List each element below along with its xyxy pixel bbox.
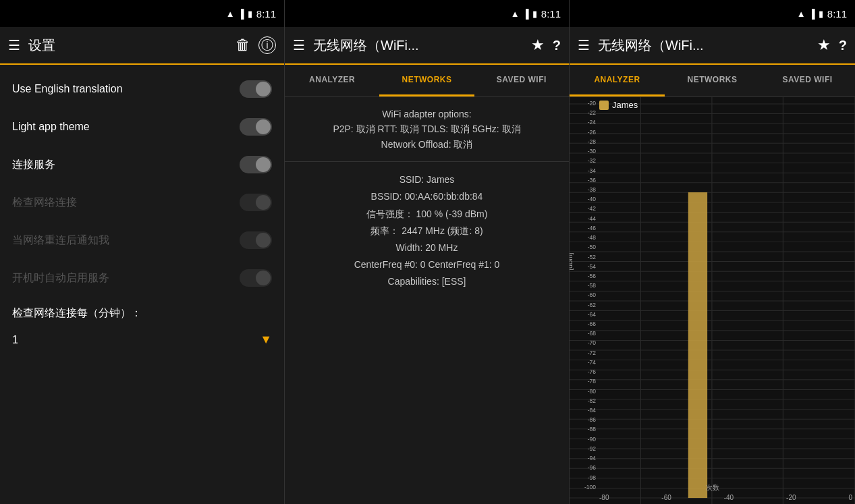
y-axis-labels: -20 -22 -24 -26 -28 -30 -32 -34 -36 -38 … (570, 97, 598, 504)
left-panel: ▲ ▐ ▮ 8:11 ☰ 设置 🗑 ⓘ Use English translat… (0, 0, 285, 504)
tab-analyzer-right[interactable]: ANALYZER (570, 65, 665, 96)
info-icon[interactable]: ⓘ (258, 36, 276, 54)
notify-label: 当网络重连后通知我 (12, 233, 109, 248)
status-bar-left: ▲ ▐ ▮ 8:11 (0, 0, 284, 27)
y-label-26: -26 (570, 129, 598, 136)
toggle-thumb-3 (256, 157, 271, 172)
tab-networks-right[interactable]: NETWORKS (665, 65, 760, 96)
status-bar-mid: ▲ ▐ ▮ 8:11 (285, 0, 569, 27)
help-icon-right[interactable]: ? (839, 38, 847, 53)
y-label-56: -56 (570, 273, 598, 279)
setting-row-autostart: 开机时自动启用服务 (0, 259, 284, 297)
star-icon-mid[interactable]: ★ (531, 36, 545, 54)
y-label-92: -92 (570, 445, 598, 452)
x-label-80: -80 (599, 494, 609, 501)
setting-row-notify: 当网络重连后通知我 (0, 221, 284, 259)
wifi-bssid: BSSID: 00:AA:60:bb:db:84 (297, 188, 557, 205)
y-axis-unit-text: [dBm] (570, 253, 574, 271)
menu-icon-mid[interactable]: ☰ (293, 37, 305, 53)
battery-icon-right: ▮ (819, 9, 823, 19)
wifi-width: Width: 20 MHz (297, 240, 557, 256)
toggle-thumb-6 (256, 271, 271, 285)
y-label-40: -40 (570, 196, 598, 202)
interval-dropdown-row: 1 ▼ (0, 326, 284, 356)
connect-service-toggle[interactable] (240, 156, 272, 173)
menu-icon-left[interactable]: ☰ (8, 37, 20, 53)
y-label-38: -38 (570, 186, 598, 193)
y-label-44: -44 (570, 215, 598, 222)
legend-color-box (599, 101, 609, 110)
y-label-66: -66 (570, 320, 598, 327)
app-bar-right: ☰ 无线网络（WiFi... ★ ? (570, 27, 855, 65)
y-label-36: -36 (570, 177, 598, 184)
app-bar-left: ☰ 设置 🗑 ⓘ (0, 27, 284, 65)
y-label-42: -42 (570, 205, 598, 212)
y-label-22: -22 (570, 109, 598, 116)
y-label-54: -54 (570, 263, 598, 270)
y-label-86: -86 (570, 416, 598, 423)
wifi-freq: 频率： 2447 MHz (频道: 8) (297, 223, 557, 240)
y-label-34: -34 (570, 167, 598, 174)
notify-toggle (240, 231, 272, 249)
wifi-details-box: SSID: James BSSID: 00:AA:60:bb:db:84 信号强… (285, 162, 569, 300)
y-label-46: -46 (570, 225, 598, 231)
y-axis-unit-label: [dBm] (570, 257, 574, 271)
y-label-74: -74 (570, 359, 598, 366)
interval-label: 检查网络连接每（分钟）： (0, 297, 284, 326)
toggle-thumb-4 (256, 195, 271, 210)
y-label-24: -24 (570, 119, 598, 125)
toggle-thumb (256, 82, 271, 96)
y-label-30: -30 (570, 148, 598, 155)
x-axis-bottom-label: 次数 (570, 480, 855, 493)
mid-panel: ▲ ▐ ▮ 8:11 ☰ 无线网络（WiFi... ★ ? ANALYZER N… (285, 0, 570, 504)
app-bar-mid: ☰ 无线网络（WiFi... ★ ? (285, 27, 569, 65)
english-translation-toggle[interactable] (240, 80, 272, 98)
wifi-centerfreq: CenterFreq #0: 0 CenterFreq #1: 0 (297, 256, 557, 273)
light-theme-toggle[interactable] (240, 118, 272, 136)
toggle-thumb-2 (256, 119, 271, 134)
delete-icon[interactable]: 🗑 (236, 36, 250, 54)
y-label-58: -58 (570, 282, 598, 289)
x-label-0: 0 (848, 494, 852, 501)
settings-title: 设置 (28, 36, 227, 55)
tab-networks-mid[interactable]: NETWORKS (379, 65, 474, 96)
tab-savedwifi-mid[interactable]: SAVED WIFI (474, 65, 569, 96)
svg-rect-46 (688, 192, 707, 498)
setting-row-check-network: 检查网络连接 (0, 184, 284, 221)
light-theme-label: Light app theme (12, 121, 90, 133)
y-label-60: -60 (570, 291, 598, 298)
wifi-icon-right: ▲ (797, 9, 806, 19)
tab-bar-right: ANALYZER NETWORKS SAVED WIFI (570, 65, 855, 97)
wifi-capabilities: Capabilities: [ESS] (297, 273, 557, 290)
y-label-96: -96 (570, 464, 598, 471)
check-network-label: 检查网络连接 (12, 196, 77, 210)
y-label-78: -78 (570, 378, 598, 385)
wifi-ssid: SSID: James (297, 171, 557, 188)
tab-analyzer-mid[interactable]: ANALYZER (285, 65, 379, 96)
y-label-28: -28 (570, 138, 598, 145)
x-label-60: -60 (661, 494, 671, 501)
battery-icon-mid: ▮ (532, 9, 537, 19)
y-label-88: -88 (570, 426, 598, 432)
toggle-thumb-5 (256, 233, 271, 248)
x-label-20: -20 (786, 494, 796, 501)
x-axis-labels: -80 -60 -40 -20 0 (599, 494, 852, 501)
dropdown-arrow-icon[interactable]: ▼ (260, 333, 272, 347)
y-label-70: -70 (570, 339, 598, 346)
y-label-62: -62 (570, 302, 598, 308)
right-panel: ▲ ▐ ▮ 8:11 ☰ 无线网络（WiFi... ★ ? ANALYZER N… (570, 0, 855, 504)
star-icon-right[interactable]: ★ (817, 36, 831, 54)
setting-row-theme: Light app theme (0, 108, 284, 146)
autostart-label: 开机时自动启用服务 (12, 271, 109, 285)
wifi-title-mid: 无线网络（WiFi... (313, 36, 523, 55)
tab-bar-mid: ANALYZER NETWORKS SAVED WIFI (285, 65, 569, 97)
y-label-90: -90 (570, 436, 598, 443)
help-icon-mid[interactable]: ? (553, 38, 561, 53)
status-icons-left: ▲ ▐ ▮ (226, 9, 252, 19)
menu-icon-right[interactable]: ☰ (578, 37, 590, 53)
tab-savedwifi-right[interactable]: SAVED WIFI (760, 65, 855, 96)
english-translation-label: Use English translation (12, 83, 123, 95)
time-right: 8:11 (827, 8, 847, 20)
wifi-icon-left: ▲ (226, 9, 235, 19)
wifi-adapter-text: WiFi adapter options: P2P: 取消 RTT: 取消 TD… (297, 107, 557, 152)
